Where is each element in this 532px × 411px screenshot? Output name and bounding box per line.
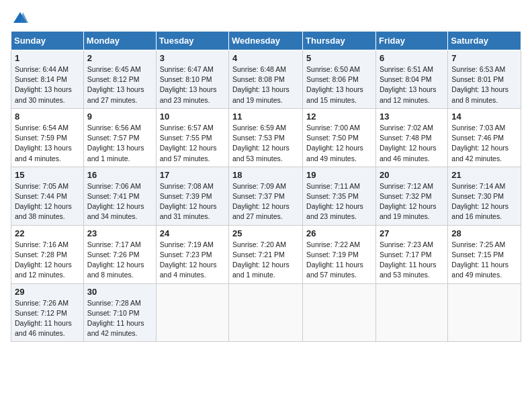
day-info: Sunrise: 7:14 AM Sunset: 7:30 PM Dayligh… xyxy=(451,181,517,222)
day-number: 27 xyxy=(380,228,444,238)
calendar-table: SundayMondayTuesdayWednesdayThursdayFrid… xyxy=(11,31,521,342)
day-info: Sunrise: 7:25 AM Sunset: 7:15 PM Dayligh… xyxy=(451,240,517,281)
calendar-cell xyxy=(303,283,376,342)
calendar-cell xyxy=(448,283,521,342)
day-info: Sunrise: 7:28 AM Sunset: 7:10 PM Dayligh… xyxy=(87,298,152,339)
calendar-cell: 6Sunrise: 6:51 AM Sunset: 8:04 PM Daylig… xyxy=(375,50,447,109)
calendar-week-row: 15Sunrise: 7:05 AM Sunset: 7:44 PM Dayli… xyxy=(11,167,521,225)
day-number: 5 xyxy=(306,53,372,63)
day-number: 24 xyxy=(160,228,225,238)
day-info: Sunrise: 7:12 AM Sunset: 7:32 PM Dayligh… xyxy=(380,181,444,222)
day-info: Sunrise: 7:17 AM Sunset: 7:26 PM Dayligh… xyxy=(87,240,152,281)
calendar-cell: 2Sunrise: 6:45 AM Sunset: 8:12 PM Daylig… xyxy=(83,50,156,109)
day-number: 4 xyxy=(232,53,299,63)
day-number: 22 xyxy=(15,228,80,238)
calendar-cell: 26Sunrise: 7:22 AM Sunset: 7:19 PM Dayli… xyxy=(303,225,376,283)
day-info: Sunrise: 7:05 AM Sunset: 7:44 PM Dayligh… xyxy=(15,181,80,222)
day-info: Sunrise: 6:47 AM Sunset: 8:10 PM Dayligh… xyxy=(160,64,225,105)
day-number: 9 xyxy=(87,111,152,122)
calendar-cell: 8Sunrise: 6:54 AM Sunset: 7:59 PM Daylig… xyxy=(11,108,84,167)
day-header-sunday: Sunday xyxy=(11,32,84,50)
calendar-cell xyxy=(156,283,228,342)
day-info: Sunrise: 6:44 AM Sunset: 8:14 PM Dayligh… xyxy=(15,64,80,105)
day-number: 15 xyxy=(15,170,80,180)
calendar-week-row: 1Sunrise: 6:44 AM Sunset: 8:14 PM Daylig… xyxy=(11,50,521,109)
calendar-cell: 22Sunrise: 7:16 AM Sunset: 7:28 PM Dayli… xyxy=(11,225,84,283)
day-number: 30 xyxy=(87,287,152,297)
day-header-saturday: Saturday xyxy=(448,32,521,50)
calendar-cell: 7Sunrise: 6:53 AM Sunset: 8:01 PM Daylig… xyxy=(448,50,521,109)
day-header-wednesday: Wednesday xyxy=(229,32,303,50)
day-info: Sunrise: 6:53 AM Sunset: 8:01 PM Dayligh… xyxy=(451,64,517,105)
calendar-cell: 5Sunrise: 6:50 AM Sunset: 8:06 PM Daylig… xyxy=(303,50,376,109)
day-info: Sunrise: 7:26 AM Sunset: 7:12 PM Dayligh… xyxy=(15,298,80,339)
day-info: Sunrise: 6:51 AM Sunset: 8:04 PM Dayligh… xyxy=(380,64,444,105)
day-number: 20 xyxy=(380,170,444,180)
day-number: 2 xyxy=(87,53,152,63)
calendar-cell: 12Sunrise: 7:00 AM Sunset: 7:50 PM Dayli… xyxy=(303,108,376,167)
day-info: Sunrise: 7:22 AM Sunset: 7:19 PM Dayligh… xyxy=(306,240,372,281)
day-info: Sunrise: 7:08 AM Sunset: 7:39 PM Dayligh… xyxy=(160,181,225,222)
logo xyxy=(11,11,28,24)
day-number: 11 xyxy=(232,111,299,122)
calendar-cell: 20Sunrise: 7:12 AM Sunset: 7:32 PM Dayli… xyxy=(375,167,447,225)
calendar-cell: 28Sunrise: 7:25 AM Sunset: 7:15 PM Dayli… xyxy=(448,225,521,283)
calendar-cell: 1Sunrise: 6:44 AM Sunset: 8:14 PM Daylig… xyxy=(11,50,84,109)
day-info: Sunrise: 7:11 AM Sunset: 7:35 PM Dayligh… xyxy=(306,181,372,222)
day-number: 29 xyxy=(15,287,80,297)
calendar-cell: 11Sunrise: 6:59 AM Sunset: 7:53 PM Dayli… xyxy=(229,108,303,167)
calendar-cell: 15Sunrise: 7:05 AM Sunset: 7:44 PM Dayli… xyxy=(11,167,84,225)
day-number: 17 xyxy=(160,170,225,180)
day-info: Sunrise: 7:02 AM Sunset: 7:48 PM Dayligh… xyxy=(380,123,444,164)
day-info: Sunrise: 7:23 AM Sunset: 7:17 PM Dayligh… xyxy=(380,240,444,281)
day-number: 25 xyxy=(232,228,299,238)
calendar-cell: 30Sunrise: 7:28 AM Sunset: 7:10 PM Dayli… xyxy=(83,283,156,342)
calendar-cell: 9Sunrise: 6:56 AM Sunset: 7:57 PM Daylig… xyxy=(83,108,156,167)
day-info: Sunrise: 6:50 AM Sunset: 8:06 PM Dayligh… xyxy=(306,64,372,105)
logo-icon xyxy=(12,11,28,24)
day-number: 14 xyxy=(451,111,517,122)
day-number: 10 xyxy=(160,111,225,122)
calendar-cell: 25Sunrise: 7:20 AM Sunset: 7:21 PM Dayli… xyxy=(229,225,303,283)
day-info: Sunrise: 6:59 AM Sunset: 7:53 PM Dayligh… xyxy=(232,123,299,164)
day-info: Sunrise: 6:45 AM Sunset: 8:12 PM Dayligh… xyxy=(87,64,152,105)
calendar-header-row: SundayMondayTuesdayWednesdayThursdayFrid… xyxy=(11,32,521,50)
day-header-friday: Friday xyxy=(375,32,447,50)
day-number: 3 xyxy=(160,53,225,63)
day-header-thursday: Thursday xyxy=(303,32,376,50)
calendar-cell: 27Sunrise: 7:23 AM Sunset: 7:17 PM Dayli… xyxy=(375,225,447,283)
day-number: 26 xyxy=(306,228,372,238)
calendar-week-row: 8Sunrise: 6:54 AM Sunset: 7:59 PM Daylig… xyxy=(11,108,521,167)
day-info: Sunrise: 7:09 AM Sunset: 7:37 PM Dayligh… xyxy=(232,181,299,222)
calendar-cell: 19Sunrise: 7:11 AM Sunset: 7:35 PM Dayli… xyxy=(303,167,376,225)
day-info: Sunrise: 6:56 AM Sunset: 7:57 PM Dayligh… xyxy=(87,123,152,164)
day-number: 13 xyxy=(380,111,444,122)
day-number: 7 xyxy=(451,53,517,63)
day-info: Sunrise: 6:57 AM Sunset: 7:55 PM Dayligh… xyxy=(160,123,225,164)
page-header xyxy=(11,11,521,24)
calendar-cell: 23Sunrise: 7:17 AM Sunset: 7:26 PM Dayli… xyxy=(83,225,156,283)
day-info: Sunrise: 7:06 AM Sunset: 7:41 PM Dayligh… xyxy=(87,181,152,222)
day-header-tuesday: Tuesday xyxy=(156,32,228,50)
day-number: 12 xyxy=(306,111,372,122)
day-info: Sunrise: 7:20 AM Sunset: 7:21 PM Dayligh… xyxy=(232,240,299,281)
calendar-week-row: 22Sunrise: 7:16 AM Sunset: 7:28 PM Dayli… xyxy=(11,225,521,283)
calendar-cell: 16Sunrise: 7:06 AM Sunset: 7:41 PM Dayli… xyxy=(83,167,156,225)
day-number: 19 xyxy=(306,170,372,180)
day-info: Sunrise: 6:54 AM Sunset: 7:59 PM Dayligh… xyxy=(15,123,80,164)
calendar-cell: 24Sunrise: 7:19 AM Sunset: 7:23 PM Dayli… xyxy=(156,225,228,283)
calendar-cell xyxy=(375,283,447,342)
day-info: Sunrise: 7:16 AM Sunset: 7:28 PM Dayligh… xyxy=(15,240,80,281)
day-number: 28 xyxy=(451,228,517,238)
day-number: 16 xyxy=(87,170,152,180)
calendar-cell xyxy=(229,283,303,342)
day-info: Sunrise: 7:03 AM Sunset: 7:46 PM Dayligh… xyxy=(451,123,517,164)
day-number: 1 xyxy=(15,53,80,63)
calendar-cell: 3Sunrise: 6:47 AM Sunset: 8:10 PM Daylig… xyxy=(156,50,228,109)
calendar-cell: 21Sunrise: 7:14 AM Sunset: 7:30 PM Dayli… xyxy=(448,167,521,225)
day-number: 21 xyxy=(451,170,517,180)
day-number: 6 xyxy=(380,53,444,63)
calendar-cell: 14Sunrise: 7:03 AM Sunset: 7:46 PM Dayli… xyxy=(448,108,521,167)
calendar-cell: 18Sunrise: 7:09 AM Sunset: 7:37 PM Dayli… xyxy=(229,167,303,225)
day-number: 18 xyxy=(232,170,299,180)
